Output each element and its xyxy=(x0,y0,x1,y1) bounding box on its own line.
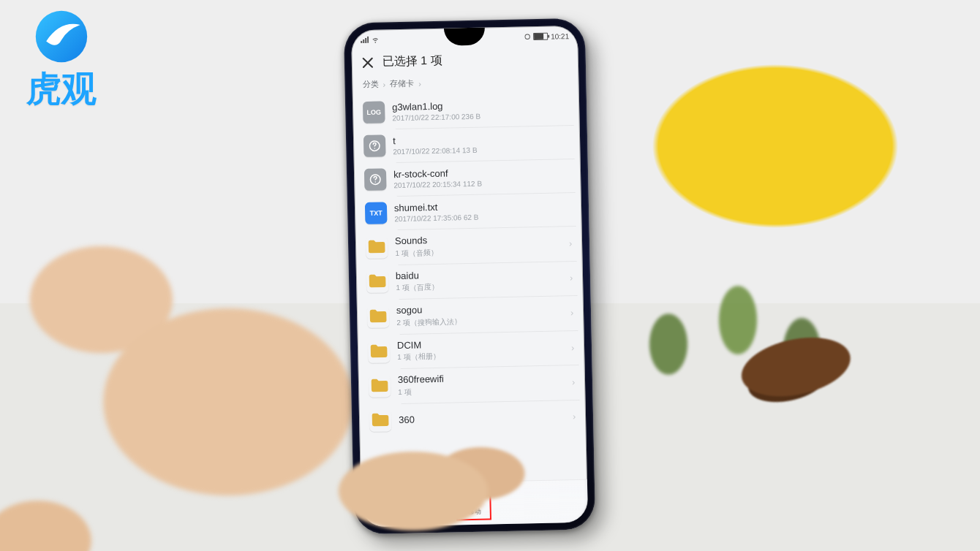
chevron-right-icon: › xyxy=(573,411,576,422)
watermark-logo: 虎观 xyxy=(26,7,97,113)
list-item[interactable]: 360› xyxy=(359,400,587,438)
file-subtitle: 1 项（音频） xyxy=(395,245,562,259)
file-meta: sogou2 项（搜狗输入法） xyxy=(396,302,564,328)
file-meta: Sounds1 项（音频） xyxy=(395,232,562,258)
chevron-right-icon: › xyxy=(569,238,572,248)
list-item[interactable]: t2017/10/22 22:08:14 13 B xyxy=(353,125,581,163)
file-subtitle: 1 项（相册） xyxy=(397,349,564,363)
unknown-file-icon xyxy=(364,168,387,191)
battery-icon xyxy=(533,33,548,40)
chevron-right-icon: › xyxy=(572,377,575,387)
file-subtitle: 1 项 xyxy=(398,384,565,398)
photo-scene: 虎观 10:21 xyxy=(0,0,980,551)
list-item[interactable]: baidu1 项（百度）› xyxy=(356,260,584,300)
folder-icon xyxy=(366,236,388,259)
list-item[interactable]: TXTshumei.txt2017/10/22 17:35:06 62 B xyxy=(355,192,582,230)
svg-point-5 xyxy=(374,148,376,149)
page-title: 已选择 1 项 xyxy=(382,53,442,70)
unknown-file-icon xyxy=(363,134,386,157)
thumb xyxy=(293,438,534,551)
folder-icon xyxy=(366,271,389,294)
status-left xyxy=(360,37,380,45)
wifi-icon xyxy=(371,37,380,44)
file-meta: baidu1 项（百度） xyxy=(396,267,563,293)
file-name: 360 xyxy=(399,411,565,425)
file-subtitle: 2017/10/22 20:15:34 112 B xyxy=(393,178,570,189)
svg-point-7 xyxy=(375,181,377,183)
file-subtitle: 2 项（搜狗输入法） xyxy=(396,314,563,328)
watermark-text: 虎观 xyxy=(26,66,97,113)
chevron-right-icon: › xyxy=(570,273,573,283)
chevron-right-icon: › xyxy=(571,343,574,353)
file-meta: t2017/10/22 22:08:14 13 B xyxy=(393,132,570,156)
list-item[interactable]: sogou2 项（搜狗输入法）› xyxy=(357,295,584,335)
folder-icon xyxy=(367,305,390,328)
file-meta: 360 xyxy=(399,411,565,425)
list-item[interactable]: kr-stock-conf2017/10/22 20:15:34 112 B xyxy=(354,159,581,197)
list-item[interactable]: LOGg3wlan1.log2017/10/22 22:17:00 236 B xyxy=(353,91,580,129)
file-meta: 360freewifi1 项 xyxy=(398,371,565,398)
close-icon[interactable] xyxy=(362,56,374,68)
status-right: 10:21 xyxy=(524,32,569,41)
status-time: 10:21 xyxy=(551,32,569,41)
alarm-icon xyxy=(524,33,530,40)
file-subtitle: 2017/10/22 22:17:00 236 B xyxy=(392,110,569,122)
folder-icon xyxy=(368,341,391,363)
chevron-right-icon: › xyxy=(570,308,573,318)
list-item[interactable]: 360freewifi1 项› xyxy=(358,365,586,404)
signal-icon xyxy=(360,37,369,44)
file-meta: g3wlan1.log2017/10/22 22:17:00 236 B xyxy=(392,98,570,123)
file-subtitle: 2017/10/22 22:08:14 13 B xyxy=(393,144,570,156)
file-list[interactable]: LOGg3wlan1.log2017/10/22 22:17:00 236 Bt… xyxy=(353,91,587,438)
tiger-logo-icon xyxy=(32,7,91,66)
txt-file-icon: TXT xyxy=(365,202,388,224)
file-meta: DCIM1 项（相册） xyxy=(397,336,565,362)
folder-icon xyxy=(369,375,391,398)
file-meta: kr-stock-conf2017/10/22 20:15:34 112 B xyxy=(393,165,571,190)
svg-point-1 xyxy=(525,34,530,39)
chevron-right-icon: › xyxy=(418,79,421,88)
chevron-right-icon: › xyxy=(382,80,385,88)
folder-icon xyxy=(369,409,392,432)
file-subtitle: 2017/10/22 17:35:06 62 B xyxy=(394,211,571,223)
file-meta: shumei.txt2017/10/22 17:35:06 62 B xyxy=(394,199,572,224)
breadcrumb-item-0[interactable]: 分类 xyxy=(362,79,378,90)
file-subtitle: 1 项（百度） xyxy=(396,280,562,294)
breadcrumb-item-1[interactable]: 存储卡 xyxy=(390,78,414,90)
list-item[interactable]: Sounds1 项（音频）› xyxy=(355,226,583,265)
list-item[interactable]: DCIM1 项（相册）› xyxy=(358,330,585,370)
log-file-icon: LOG xyxy=(363,101,385,123)
